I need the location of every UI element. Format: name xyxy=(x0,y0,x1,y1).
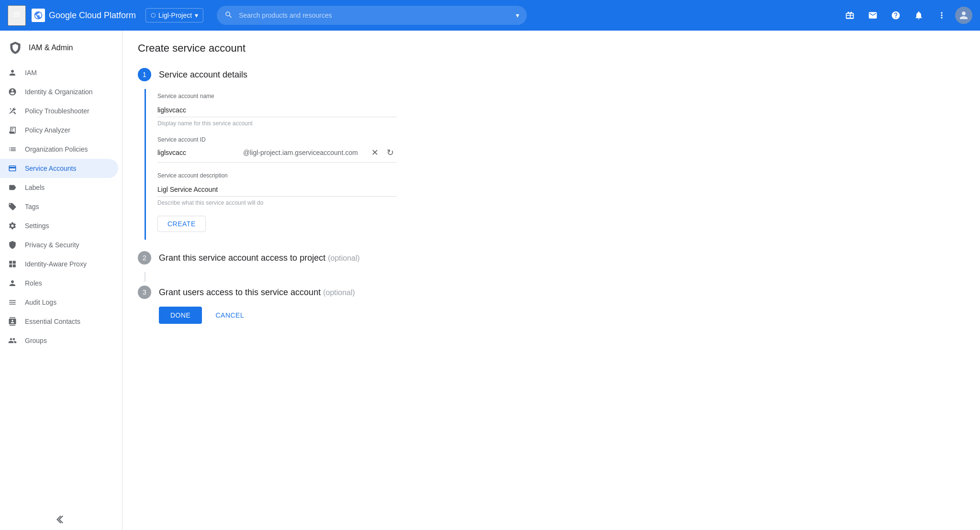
sidebar-item-tags[interactable]: Tags xyxy=(0,197,118,216)
account-icon xyxy=(8,87,17,97)
main-content: Create service account 1 Service account… xyxy=(122,31,980,530)
list-icon xyxy=(8,144,17,154)
step3-number: 3 xyxy=(138,286,151,299)
step1-section: 1 Service account details Service accoun… xyxy=(138,68,965,240)
more-icon[interactable] xyxy=(932,6,951,25)
app-logo: Google Cloud Platform xyxy=(32,9,136,22)
sidebar-item-label-policy-troubleshooter: Policy Troubleshooter xyxy=(25,107,89,115)
id-refresh-button[interactable]: ↻ xyxy=(383,146,397,159)
contact-icon xyxy=(8,317,17,326)
notification-icon[interactable] xyxy=(909,6,928,25)
step2-title: Grant this service account access to pro… xyxy=(159,253,360,263)
sidebar-item-label-service-accounts: Service Accounts xyxy=(25,165,76,172)
sidebar-item-privacy-security[interactable]: Privacy & Security xyxy=(0,235,118,254)
sidebar-item-label-privacy: Privacy & Security xyxy=(25,241,79,249)
sidebar-item-label-org-policies: Organization Policies xyxy=(25,145,88,153)
step-connector xyxy=(145,272,145,282)
sidebar-item-audit-logs[interactable]: Audit Logs xyxy=(0,293,118,312)
sidebar-item-labels[interactable]: Labels xyxy=(0,178,118,197)
person-icon xyxy=(8,68,17,77)
step1-title: Service account details xyxy=(159,70,247,80)
create-button[interactable]: CREATE xyxy=(157,216,206,232)
group-icon xyxy=(8,336,17,345)
step2-section: 2 Grant this service account access to p… xyxy=(138,251,965,265)
sidebar-item-policy-analyzer[interactable]: Policy Analyzer xyxy=(0,121,118,140)
footer-actions: DONE CANCEL xyxy=(138,307,965,324)
person-fill-icon xyxy=(8,278,17,288)
sidebar-item-label-policy-analyzer: Policy Analyzer xyxy=(25,126,70,134)
step3-header: 3 Grant users access to this service acc… xyxy=(138,286,965,299)
sidebar-item-label-identity: Identity & Organization xyxy=(25,88,93,96)
app-name: Google Cloud Platform xyxy=(49,11,136,21)
sidebar-item-label-groups: Groups xyxy=(25,337,47,344)
service-account-id-input[interactable] xyxy=(157,149,241,156)
sidebar-item-settings[interactable]: Settings xyxy=(0,216,118,235)
credit-card-icon xyxy=(8,164,17,173)
help-icon[interactable] xyxy=(886,6,905,25)
desc-label: Service account description xyxy=(157,172,397,179)
avatar[interactable] xyxy=(955,7,972,24)
sidebar-item-label-tags: Tags xyxy=(25,203,39,210)
grid-icon xyxy=(8,259,17,269)
sidebar-item-label-audit: Audit Logs xyxy=(25,298,56,306)
sidebar-title: IAM & Admin xyxy=(29,44,73,52)
mail-icon[interactable] xyxy=(863,6,882,25)
step2-subtitle: (optional) xyxy=(328,254,360,262)
search-expand-icon[interactable]: ▾ xyxy=(516,11,519,19)
nav-icons xyxy=(840,6,972,25)
project-selector[interactable]: ⬡ Ligl-Project ▾ xyxy=(145,8,203,22)
settings-icon xyxy=(8,221,17,231)
sidebar-item-label-labels: Labels xyxy=(25,184,45,191)
search-icon xyxy=(224,11,233,21)
sidebar-item-label-iap: Identity-Aware Proxy xyxy=(25,260,87,268)
name-helper: Display name for this service account xyxy=(157,120,397,127)
main-layout: IAM & Admin IAM Identity & Organization … xyxy=(0,31,980,530)
done-button[interactable]: DONE xyxy=(159,307,202,324)
cancel-button[interactable]: CANCEL xyxy=(206,307,254,324)
collapse-sidebar-button[interactable] xyxy=(0,509,122,530)
tag-icon xyxy=(8,202,17,211)
sidebar-item-org-policies[interactable]: Organization Policies xyxy=(0,140,118,159)
sidebar-item-groups[interactable]: Groups xyxy=(0,331,118,350)
sidebar-item-roles[interactable]: Roles xyxy=(0,274,118,293)
sidebar-item-label-roles: Roles xyxy=(25,279,42,287)
sidebar-item-iam[interactable]: IAM xyxy=(0,63,118,82)
sidebar-item-service-accounts[interactable]: Service Accounts xyxy=(0,159,118,178)
gift-icon[interactable] xyxy=(840,6,859,25)
id-clear-button[interactable]: ✕ xyxy=(368,146,381,159)
id-actions: ✕ ↻ xyxy=(368,146,397,159)
step1-number: 1 xyxy=(138,68,151,81)
sidebar-item-policy-troubleshooter[interactable]: Policy Troubleshooter xyxy=(0,101,118,121)
step3-section: 3 Grant users access to this service acc… xyxy=(138,286,965,299)
search-bar[interactable]: ▾ xyxy=(217,6,526,25)
id-label: Service account ID xyxy=(157,136,397,143)
sidebar: IAM & Admin IAM Identity & Organization … xyxy=(0,31,122,530)
service-account-desc-input[interactable] xyxy=(157,182,397,197)
step2-number: 2 xyxy=(138,251,151,265)
iam-admin-icon xyxy=(8,40,23,55)
sidebar-item-identity-org[interactable]: Identity & Organization xyxy=(0,82,118,101)
search-input[interactable] xyxy=(239,11,512,19)
name-field-group: Service account name Display name for th… xyxy=(157,93,397,127)
id-field-group: Service account ID @ligl-project.iam.gse… xyxy=(157,136,397,163)
step3-title: Grant users access to this service accou… xyxy=(159,287,355,298)
sidebar-item-essential-contacts[interactable]: Essential Contacts xyxy=(0,312,118,331)
sidebar-item-label-iam: IAM xyxy=(25,69,37,77)
service-account-name-input[interactable] xyxy=(157,102,397,117)
hamburger-menu[interactable] xyxy=(8,5,26,26)
page-title: Create service account xyxy=(138,42,965,55)
sidebar-item-label-settings: Settings xyxy=(25,222,49,230)
sidebar-item-identity-aware-proxy[interactable]: Identity-Aware Proxy xyxy=(0,254,118,274)
desc-field-group: Service account description Describe wha… xyxy=(157,172,397,206)
step3-subtitle: (optional) xyxy=(323,288,355,297)
step2-header: 2 Grant this service account access to p… xyxy=(138,251,965,265)
shield-icon xyxy=(8,240,17,250)
project-dropdown-icon: ▾ xyxy=(195,11,198,19)
receipt-icon xyxy=(8,125,17,135)
id-suffix: @ligl-project.iam.gserviceaccount.com xyxy=(243,149,366,156)
build-icon xyxy=(8,106,17,116)
id-row: @ligl-project.iam.gserviceaccount.com ✕ … xyxy=(157,146,397,163)
step1-header: 1 Service account details xyxy=(138,68,965,81)
project-name: Ligl-Project xyxy=(158,11,192,19)
desc-placeholder: Describe what this service account will … xyxy=(157,199,397,206)
